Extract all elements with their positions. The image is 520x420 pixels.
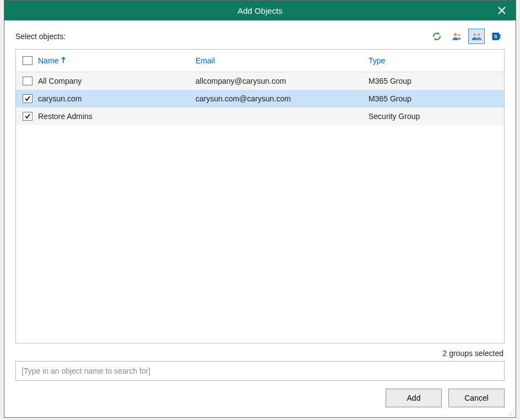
select-objects-label: Select objects: [15,32,66,41]
close-button[interactable] [488,1,516,20]
cell-type: M365 Group [361,94,504,103]
svg-point-3 [478,33,480,36]
sharepoint-icon: S [491,31,502,42]
cell-name-text: Restore Admins [38,112,93,121]
column-header-name[interactable]: Name [38,56,66,65]
sharepoint-filter-button[interactable]: S [488,29,505,44]
users-filter-button[interactable] [448,29,465,44]
row-checkbox[interactable] [23,77,32,85]
svg-point-11 [513,414,514,416]
cell-email: allcompany@carysun.com [188,77,361,85]
column-header-email-label: Email [196,56,215,65]
resize-grip-icon[interactable] [507,408,514,416]
cell-name: Restore Admins [16,112,188,121]
top-bar: Select objects: [15,28,505,45]
cell-type: Security Group [361,112,504,121]
cell-name-text: carysun.com [38,94,82,103]
column-header-email[interactable]: Email [188,56,361,65]
cell-type: M365 Group [361,77,504,85]
objects-table: Name Email Type All Companyallcompany@ca… [15,49,505,343]
dialog-buttons: Add Cancel [15,389,505,407]
table-body: All Companyallcompany@carysun.comM365 Gr… [16,72,504,343]
svg-point-2 [473,33,476,36]
column-header-name-label: Name [38,56,58,65]
svg-point-8 [513,412,514,413]
users-icon [471,31,482,42]
search-input[interactable] [15,361,505,381]
table-row[interactable]: Restore AdminsSecurity Group [16,107,504,125]
cell-name: carysun.com [16,94,188,103]
refresh-icon [432,31,442,41]
cancel-button[interactable]: Cancel [448,389,505,407]
svg-point-7 [511,412,512,413]
selection-status: 2 groups selected [15,343,505,361]
svg-point-9 [508,414,510,416]
table-header: Name Email Type [16,50,504,72]
add-objects-dialog: Add Objects Select objects: [4,0,516,418]
cell-email: carysun.com@carysun.com [188,94,361,103]
row-checkbox[interactable] [23,112,32,121]
cell-name: All Company [16,77,188,85]
svg-point-10 [511,414,512,416]
svg-point-6 [513,410,514,411]
column-header-type[interactable]: Type [361,56,504,65]
user-icon [451,31,462,42]
table-row[interactable]: All Companyallcompany@carysun.comM365 Gr… [16,72,504,90]
cell-name-text: All Company [38,77,82,85]
groups-filter-button[interactable] [468,29,485,44]
dialog-titlebar: Add Objects [4,1,516,20]
dialog-title: Add Objects [237,6,283,15]
column-header-type-label: Type [369,56,385,65]
svg-point-1 [458,34,460,36]
dialog-content: Select objects: [4,20,516,417]
add-button[interactable]: Add [386,389,442,407]
filter-toolbar: S [429,29,505,44]
arrow-up-icon [61,56,66,65]
svg-point-0 [454,33,457,36]
table-row[interactable]: carysun.comcarysun.com@carysun.comM365 G… [16,90,504,107]
svg-text:S: S [494,34,497,39]
refresh-button[interactable] [429,29,445,44]
select-all-checkbox[interactable] [23,56,32,65]
close-icon [498,7,506,14]
row-checkbox[interactable] [23,94,32,103]
